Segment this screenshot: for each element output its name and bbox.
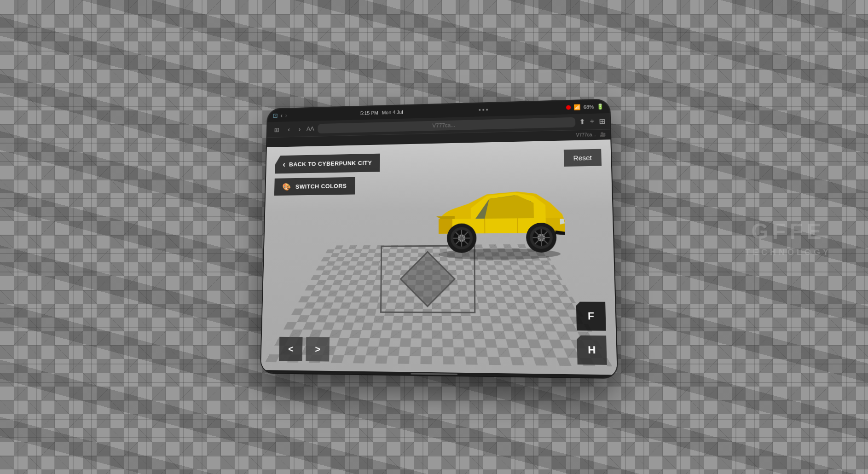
statusbar-dots — [479, 109, 488, 110]
tabs-icon[interactable]: ⊞ — [599, 117, 605, 126]
h-label: H — [588, 344, 596, 357]
tablet: ⊡ ‹ › 5:15 PM Mon 4 Jul 📶 68% 🔋 ⊞ ‹ › AA… — [261, 99, 617, 378]
car-svg — [425, 168, 575, 261]
next-car-button[interactable]: > — [306, 337, 330, 361]
h-action-button[interactable]: H — [577, 335, 607, 365]
f-label: F — [588, 310, 595, 322]
dot-3 — [486, 109, 488, 110]
back-nav-icon[interactable]: ‹ — [280, 112, 283, 119]
dot-1 — [479, 109, 481, 111]
prev-car-icon: < — [288, 344, 294, 354]
next-car-icon: > — [315, 344, 320, 354]
forward-button-browser[interactable]: › — [296, 124, 303, 134]
statusbar-right: 📶 68% 🔋 — [566, 104, 604, 111]
forward-nav-icon[interactable]: › — [285, 112, 287, 119]
status-time: 5:15 PM — [360, 110, 378, 116]
reset-button[interactable]: Reset — [564, 149, 602, 167]
statusbar-left: ⊡ ‹ › — [273, 112, 287, 119]
back-arrow-icon: ‹ — [283, 160, 286, 169]
switch-colors-button[interactable]: 🎨 SWITCH COLORS — [274, 177, 355, 196]
aa-label: AA — [307, 125, 314, 132]
paint-bucket-icon: 🎨 — [282, 183, 291, 191]
car-display — [425, 168, 575, 261]
dot-2 — [483, 109, 485, 111]
back-button-label: BACK TO CYBERPUNK CITY — [289, 160, 372, 168]
game-view: ‹ BACK TO CYBERPUNK CITY 🎨 SWITCH COLORS… — [261, 139, 617, 375]
toolbar-right-icons: ⬆ + ⊞ — [579, 117, 605, 126]
video-icon: 🎥 — [600, 132, 606, 137]
recording-indicator — [566, 105, 571, 110]
prev-car-button[interactable]: < — [279, 337, 303, 361]
reset-label: Reset — [573, 154, 592, 162]
statusbar-center-group: 5:15 PM Mon 4 Jul — [360, 110, 403, 116]
home-indicator — [411, 373, 457, 375]
switch-colors-label: SWITCH COLORS — [295, 183, 347, 190]
status-date: Mon 4 Jul — [382, 110, 403, 116]
back-to-city-button[interactable]: ‹ BACK TO CYBERPUNK CITY — [275, 154, 380, 174]
battery-icon: 🔋 — [596, 104, 604, 110]
back-button-browser[interactable]: ‹ — [285, 124, 293, 134]
wifi-icon: 📶 — [573, 104, 581, 110]
browser-icon: ⊡ — [273, 112, 278, 119]
share-icon[interactable]: ⬆ — [579, 117, 585, 126]
sidebar-toggle-button[interactable]: ⊞ — [272, 124, 282, 135]
battery-percent: 68% — [584, 104, 594, 110]
f-action-button[interactable]: F — [576, 302, 606, 331]
source-label: V777ca... — [576, 132, 596, 138]
add-tab-icon[interactable]: + — [590, 117, 594, 126]
